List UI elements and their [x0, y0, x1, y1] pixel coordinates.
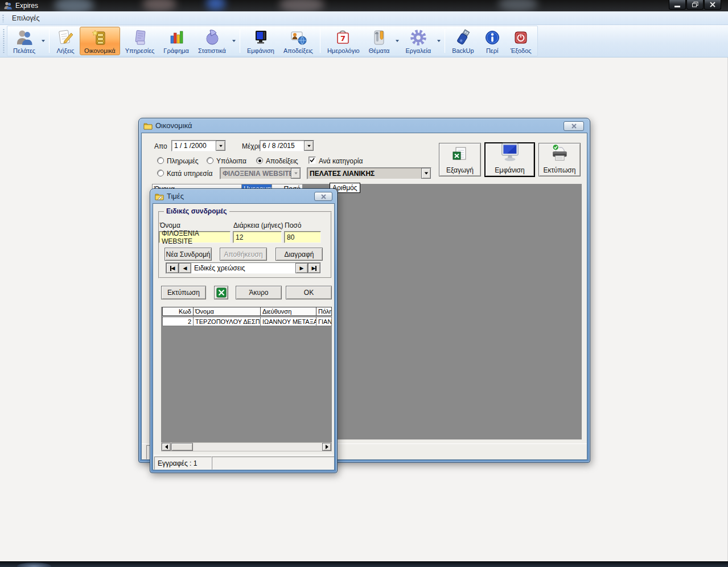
services-icon: [131, 28, 149, 47]
scroll-left-button[interactable]: [162, 443, 171, 451]
about-icon: [483, 28, 501, 47]
next-record-button[interactable]: ▶: [295, 263, 308, 273]
receipts-label: Αποδείξεις: [266, 157, 298, 165]
print-button[interactable]: Εκτύπωση: [538, 143, 581, 176]
restore-button[interactable]: [686, 0, 704, 10]
desktop-blur-blob: [54, 0, 94, 11]
toolbar-button-themes[interactable]: Θέματα: [365, 27, 394, 55]
toolbar-button-financials[interactable]: Οικονομικά: [80, 27, 120, 55]
cancel-button[interactable]: Άκυρο: [236, 286, 282, 299]
financials-icon: [91, 28, 109, 47]
toolbar-button-label: Εμφάνιση: [247, 47, 274, 54]
to-label: Μέχρι: [242, 142, 260, 150]
toolbar-button-tools[interactable]: Εργαλεία: [401, 27, 435, 55]
triangle-left-icon: [165, 445, 168, 449]
export-label: Εξαγωγή: [446, 166, 474, 174]
column-header[interactable]: Διεύθυνση: [261, 307, 316, 317]
column-header[interactable]: Κωδ: [163, 307, 194, 317]
prices-close-button[interactable]: [314, 192, 332, 201]
toolbar-button-about[interactable]: Περί: [479, 27, 505, 55]
toolbar-button-label: Αποδείξεις: [283, 47, 313, 54]
scrollbar-thumb[interactable]: [171, 443, 193, 451]
to-date-combo[interactable]: 6 / 8 /2015: [260, 140, 314, 151]
expirations-icon: [56, 28, 75, 47]
from-label: Απο: [154, 142, 167, 150]
chevron-down-icon[interactable]: [40, 27, 47, 55]
table-cell: ΙΩΑΝΝΟΥ ΜΕΤΑΞΑ: [261, 317, 316, 326]
from-date-combo[interactable]: 1 / 1 /2000: [171, 140, 226, 151]
service-combo-dropdown-button: [291, 168, 301, 179]
from-date-dropdown-button[interactable]: [216, 141, 225, 151]
statistics-icon: [203, 28, 221, 47]
receipts-icon: [289, 28, 307, 47]
amount-input[interactable]: 80: [284, 231, 321, 243]
per-category-label: Ανά κατηγορία: [319, 157, 363, 165]
chevron-down-icon[interactable]: [231, 27, 237, 55]
close-button[interactable]: [704, 0, 721, 10]
chevron-down-icon[interactable]: [435, 27, 442, 55]
to-date-dropdown-button[interactable]: [304, 141, 314, 151]
name-input[interactable]: ΦΙΛΟΞΕΝΙΑ WEBSITE: [159, 231, 231, 243]
windows-taskbar[interactable]: [0, 561, 728, 567]
excel-export-button[interactable]: [214, 286, 228, 299]
print-label: Εκτύπωση: [544, 166, 576, 174]
horizontal-scrollbar[interactable]: [161, 442, 332, 451]
customers-table-header-row: ΚωδΌνομαΔιεύθυνσηΠόλη: [163, 307, 332, 317]
desktop-blur-blob: [206, 0, 225, 10]
table-cell: 2: [163, 317, 194, 326]
menu-item-options[interactable]: Επιλογές: [7, 13, 44, 23]
previous-record-button[interactable]: ◀: [179, 263, 191, 273]
window-title: Expires: [15, 2, 38, 10]
prices-dialog: Τιμές Ειδικές συνδρομές Όνομα Διάρκεια (…: [150, 188, 338, 473]
payments-radio[interactable]: [157, 157, 164, 164]
ok-button[interactable]: OK: [286, 286, 332, 299]
financials-close-button[interactable]: [564, 121, 584, 131]
duration-input[interactable]: 12: [233, 231, 282, 243]
toolbar-button-services[interactable]: Υπηρεσίες: [121, 27, 159, 55]
chevron-down-icon[interactable]: [394, 27, 401, 55]
prices-title: Τιμές: [167, 192, 184, 200]
per-category-checkbox[interactable]: [309, 157, 316, 164]
show-button[interactable]: Εμφάνιση: [485, 143, 534, 176]
delete-button[interactable]: Διαγραφή: [275, 248, 323, 261]
receipts-radio[interactable]: [256, 157, 263, 164]
toolbar-button-chart[interactable]: Γράφημα: [159, 27, 193, 55]
last-record-button[interactable]: ▶: [308, 263, 320, 273]
new-subscription-button[interactable]: Νέα Συνδρομή: [164, 248, 212, 261]
chevron-down-icon: [307, 145, 311, 147]
financials-titlebar[interactable]: Οικονομικά: [141, 118, 587, 133]
toolbar-button-usb[interactable]: BackUp: [448, 27, 478, 55]
toolbar-button-label: Στατιστικά: [198, 47, 226, 54]
records-count: Εγγραφές : 1: [154, 457, 212, 470]
start-button[interactable]: [17, 562, 51, 567]
column-header[interactable]: Πόλη: [316, 307, 332, 317]
minimize-icon: [674, 6, 680, 7]
toolbar-button-label: Λήξεις: [57, 47, 75, 54]
by-service-radio[interactable]: [157, 170, 164, 176]
prices-titlebar[interactable]: Τιμές: [153, 189, 335, 203]
print-prices-button[interactable]: Εκτύπωση: [161, 286, 206, 299]
category-combo-dropdown-button[interactable]: [421, 168, 431, 179]
toolbar-button-statistics[interactable]: Στατιστικά: [194, 27, 230, 55]
table-row[interactable]: 2ΤΕΡΖΟΠΟΥΛΟΥ ΔΕΣΠΟΙΙΩΑΝΝΟΥ ΜΕΤΑΞΑΓΙΑΝ: [163, 317, 332, 326]
balances-radio[interactable]: [207, 157, 213, 164]
toolbar-button-clients[interactable]: Πελάτες: [9, 27, 39, 55]
column-header[interactable]: Όνομα: [194, 307, 261, 317]
category-combo[interactable]: ΠΕΛΑΤΕΣ ΛΙΑΝΙΚΗΣ: [307, 167, 431, 179]
toolbar-button-receipts[interactable]: Αποδείξεις: [279, 27, 317, 55]
customer-list-area: ΚωδΌνομαΔιεύθυνσηΠόλη 2ΤΕΡΖΟΠΟΥΛΟΥ ΔΕΣΠΟ…: [161, 307, 332, 442]
toolbar-button-display[interactable]: Εμφάνιση: [243, 27, 278, 55]
minimize-button[interactable]: [669, 0, 686, 10]
export-button[interactable]: Εξαγωγή: [439, 143, 481, 176]
toolbar-button-label: Εργαλεία: [405, 47, 431, 54]
menubar-grip: [2, 14, 4, 22]
save-button[interactable]: Αποθήκευση: [220, 248, 267, 261]
desktop-blur-blob: [279, 0, 324, 11]
toolbar-button-expirations[interactable]: Λήξεις: [52, 27, 79, 55]
scroll-right-button[interactable]: [322, 443, 331, 451]
customers-table: ΚωδΌνομαΔιεύθυνσηΠόλη 2ΤΕΡΖΟΠΟΥΛΟΥ ΔΕΣΠΟ…: [162, 307, 332, 326]
toolbar-button-exit[interactable]: Έξοδος: [507, 27, 536, 55]
first-record-button[interactable]: ◀: [166, 263, 179, 273]
menubar: Επιλογές: [0, 11, 728, 25]
toolbar-button-calendar[interactable]: 7Ημερολόγιο: [323, 27, 364, 55]
